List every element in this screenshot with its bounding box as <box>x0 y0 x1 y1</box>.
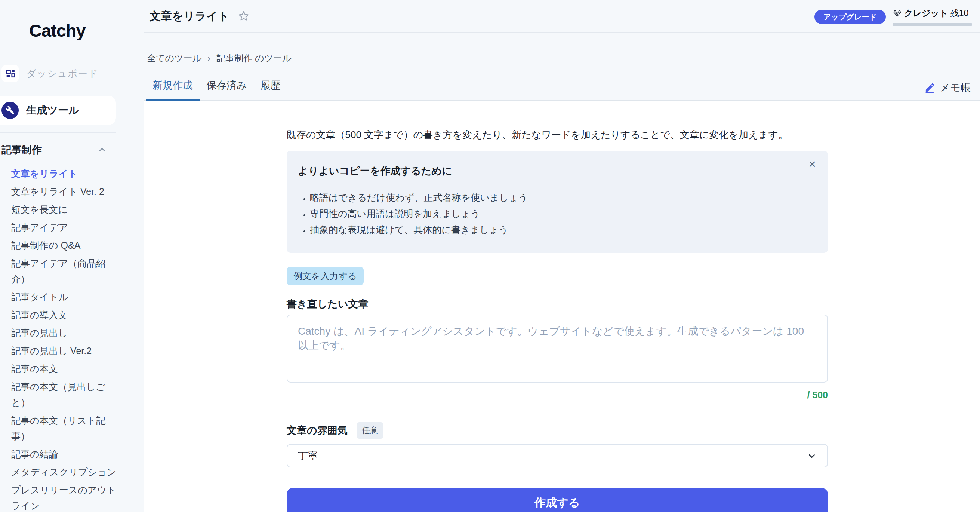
favorite-star-icon[interactable] <box>238 10 250 22</box>
tool-description: 既存の文章（500 文字まで）の書き方を変えたり、新たなワードを加えたりすること… <box>287 128 828 141</box>
sidebar-tool-item[interactable]: 記事の結論 <box>11 446 118 462</box>
sidebar: Catchy ダッシュボード 生成ツール 記事制作 <box>0 0 144 512</box>
tab[interactable]: 履歴 <box>254 77 288 101</box>
credit-status: クレジット 残10 <box>892 8 972 26</box>
form-container: 既存の文章（500 文字まで）の書き方を変えたり、新たなワードを加えたりすること… <box>287 101 828 512</box>
top-right-cluster: アップグレード クレジット 残10 <box>815 8 972 26</box>
sidebar-tool-item[interactable]: 記事の導入文 <box>11 307 118 323</box>
close-icon[interactable]: × <box>808 158 816 170</box>
sidebar-tool-item[interactable]: 文章をリライト <box>11 166 118 181</box>
sidebar-tool-item[interactable]: 記事の本文 <box>11 361 118 376</box>
tab-bar: 新規作成保存済み履歴 メモ帳 <box>144 77 980 101</box>
tone-label-row: 文章の雰囲気 任意 <box>287 422 828 439</box>
credit-label: クレジット <box>904 8 948 19</box>
tips-title: よりよいコピーを作成するために <box>298 164 813 178</box>
sidebar-item-generation-tools[interactable]: 生成ツール <box>0 96 116 125</box>
sidebar-section-article-creation[interactable]: 記事制作 <box>0 143 116 157</box>
sidebar-tool-item[interactable]: プレスリリースのアウトライン <box>11 482 118 512</box>
page-title: 文章をリライト <box>150 9 229 24</box>
credit-progress-bar <box>892 23 972 26</box>
chevron-up-icon[interactable] <box>98 146 106 154</box>
gem-icon <box>892 9 902 18</box>
sidebar-tool-item[interactable]: 記事アイデア（商品紹介） <box>11 255 118 287</box>
tips-list: 略語はできるだけ使わず、正式名称を使いましょう専門性の高い用語は説明を加えましょ… <box>298 190 813 238</box>
breadcrumb-category[interactable]: 記事制作 のツール <box>216 53 291 64</box>
tips-bullet: 専門性の高い用語は説明を加えましょう <box>310 206 813 222</box>
credit-remaining: 残10 <box>950 8 969 19</box>
tips-bullet: 略語はできるだけ使わず、正式名称を使いましょう <box>310 190 813 206</box>
page-header: 文章をリライト アップグレード <box>144 0 980 101</box>
sidebar-tool-list: 文章をリライト文章をリライト Ver. 2短文を長文に記事アイデア記事制作の Q… <box>0 166 118 512</box>
optional-badge: 任意 <box>356 422 383 439</box>
chevron-down-icon <box>807 451 817 461</box>
sidebar-tool-item[interactable]: 短文を長文に <box>11 202 118 217</box>
sidebar-tool-item[interactable]: 文章をリライト Ver. 2 <box>11 183 118 199</box>
sidebar-tool-item[interactable]: 記事アイデア <box>11 220 118 235</box>
sidebar-tool-item[interactable]: 記事の見出し Ver.2 <box>11 343 118 359</box>
rewrite-text-input[interactable] <box>287 314 828 383</box>
wrench-icon <box>2 102 19 119</box>
tone-select[interactable]: 丁寧 <box>287 444 828 467</box>
sidebar-section-label: 記事制作 <box>2 143 42 157</box>
sidebar-tool-item[interactable]: 記事の見出し <box>11 325 118 341</box>
example-input-chip[interactable]: 例文を入力する <box>287 267 364 285</box>
tone-label: 文章の雰囲気 <box>287 424 348 437</box>
tone-select-value: 丁寧 <box>298 449 318 463</box>
create-button[interactable]: 作成する <box>287 488 828 512</box>
content-panel: 既存の文章（500 文字まで）の書き方を変えたり、新たなワードを加えたりすること… <box>144 101 980 512</box>
upgrade-button[interactable]: アップグレード <box>815 10 886 24</box>
sidebar-tool-item[interactable]: 記事タイトル <box>11 289 118 305</box>
breadcrumb: 全てのツール › 記事制作 のツール <box>144 53 980 64</box>
rewrite-input-label: 書き直したい文章 <box>287 297 828 311</box>
tab[interactable]: 保存済み <box>200 77 254 101</box>
char-counter: / 500 <box>287 390 828 400</box>
main-area: 文章をリライト アップグレード <box>144 0 980 512</box>
credit-line: クレジット 残10 <box>892 8 972 19</box>
breadcrumb-all-tools[interactable]: 全てのツール <box>147 53 202 64</box>
memo-pad-button[interactable]: メモ帳 <box>924 81 970 100</box>
sidebar-tools-label: 生成ツール <box>26 103 79 117</box>
sidebar-dashboard-label: ダッシュボード <box>27 67 99 80</box>
pencil-icon <box>924 82 935 94</box>
breadcrumb-separator: › <box>207 53 210 64</box>
tab[interactable]: 新規作成 <box>146 77 200 101</box>
sidebar-tool-item[interactable]: 記事制作の Q&A <box>11 238 118 253</box>
app-root: Catchy ダッシュボード 生成ツール 記事制作 <box>0 0 980 512</box>
sidebar-tool-item[interactable]: 記事の本文（リスト記事） <box>11 413 118 444</box>
tips-bullet: 抽象的な表現は避けて、具体的に書きましょう <box>310 222 813 238</box>
sidebar-item-dashboard[interactable]: ダッシュボード <box>0 65 144 82</box>
tips-box: よりよいコピーを作成するために × 略語はできるだけ使わず、正式名称を使いましょ… <box>287 151 828 253</box>
sidebar-tool-item[interactable]: 記事の本文（見出しごと） <box>11 379 118 410</box>
memo-pad-label: メモ帳 <box>940 81 970 94</box>
app-logo[interactable]: Catchy <box>0 0 144 41</box>
sidebar-tool-item[interactable]: メタディスクリプション <box>11 464 118 480</box>
sidebar-divider <box>0 132 116 133</box>
dashboard-icon <box>2 65 19 82</box>
